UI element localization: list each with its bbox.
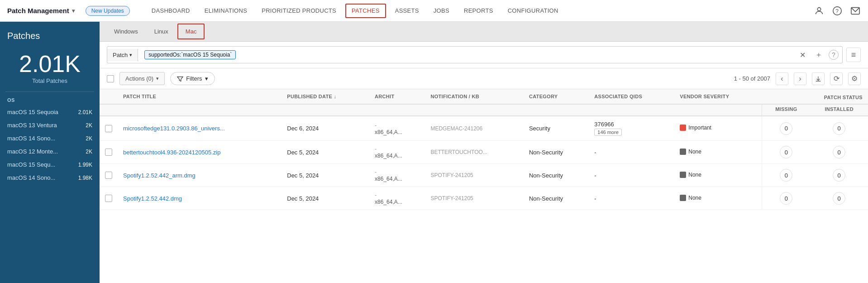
th-category: CATEGORY: [524, 89, 589, 104]
severity-dot: [680, 125, 686, 131]
brand-name: Patch Management: [7, 7, 69, 14]
download-button[interactable]: [812, 72, 825, 85]
missing-count: 0: [780, 169, 792, 182]
row-installed: 0: [810, 164, 868, 187]
filter-pill: Patch ▾ supportedOs:`macOS 15 Sequoia` ✕…: [107, 46, 843, 63]
filter-menu-button[interactable]: ≡: [846, 48, 861, 62]
sidebar-os-item-1[interactable]: macOS 13 Ventura2K: [0, 119, 100, 132]
next-page-button[interactable]: ›: [794, 72, 806, 85]
row-checkbox[interactable]: [105, 125, 112, 132]
nav-item-prioritized-products[interactable]: PRIORITIZED PRODUCTS: [254, 0, 343, 22]
nav-item-eliminations[interactable]: ELIMINATIONS: [197, 0, 254, 22]
patch-title-link[interactable]: Spotify1.2.52.442.dmg: [123, 195, 182, 202]
row-category: Non-Security: [524, 141, 589, 164]
refresh-button[interactable]: ⟳: [830, 72, 843, 85]
row-category: Non-Security: [524, 187, 589, 210]
table-header-row: PATCH TITLE PUBLISHED DATE ↓ ARCHIT NOTI…: [100, 89, 868, 104]
patch-title-link[interactable]: Spotify1.2.52.442_arm.dmg: [123, 172, 196, 179]
table-subheader-row: MISSING INSTALLED: [100, 104, 868, 116]
nav-item-configuration[interactable]: CONFIGURATION: [501, 0, 566, 22]
filter-help-button[interactable]: ?: [829, 50, 839, 60]
help-icon[interactable]: ?: [832, 5, 843, 16]
filter-clear-button[interactable]: ✕: [796, 48, 809, 61]
row-category: Non-Security: [524, 164, 589, 187]
patches-table: PATCH TITLE PUBLISHED DATE ↓ ARCHIT NOTI…: [100, 89, 868, 210]
filter-add-button[interactable]: ＋: [812, 48, 825, 61]
patch-title-link[interactable]: bettertouchtool4.936-2024120505.zip: [123, 149, 220, 156]
select-all-checkbox[interactable]: [107, 75, 114, 82]
funnel-icon: [177, 76, 183, 82]
row-checkbox[interactable]: [105, 172, 112, 179]
tab-linux[interactable]: Linux: [147, 24, 176, 38]
sidebar-os-item-3[interactable]: macOS 12 Monte...2K: [0, 145, 100, 158]
tab-bar: Windows Linux Mac: [100, 22, 868, 42]
top-nav: Patch Management ▾ New Updates DASHBOARD…: [0, 0, 868, 22]
row-qids: 376966146 more: [589, 116, 674, 141]
filter-type-selector[interactable]: Patch ▾: [107, 49, 138, 61]
settings-button[interactable]: ⚙: [848, 72, 861, 85]
nav-item-dashboard[interactable]: DASHBOARD: [144, 0, 197, 22]
sidebar-os-item-2[interactable]: macOS 14 Sono...2K: [0, 132, 100, 145]
row-published-date: Dec 5, 2024: [281, 141, 369, 164]
th-missing: MISSING: [762, 104, 810, 116]
tab-windows[interactable]: Windows: [107, 24, 145, 38]
prev-page-button[interactable]: ‹: [776, 72, 788, 85]
sort-icon: ↓: [334, 94, 337, 99]
sidebar-os-item-0[interactable]: macOS 15 Sequoia2.01K: [0, 106, 100, 119]
row-qids: -: [589, 141, 674, 164]
sidebar-stats: 2.01K Total Patches: [0, 45, 100, 91]
total-patches-label: Total Patches: [7, 77, 92, 84]
brand-chevron: ▾: [72, 8, 75, 14]
th-patch-title[interactable]: PATCH TITLE: [118, 89, 281, 104]
row-category: Security: [524, 116, 589, 141]
actions-button[interactable]: Actions (0) ▾: [119, 72, 165, 85]
filter-query-tag: supportedOs:`macOS 15 Sequoia`: [144, 50, 236, 59]
actions-label: Actions (0): [125, 75, 153, 82]
filter-type-label: Patch: [113, 52, 128, 58]
row-vendor-severity: None: [674, 187, 762, 210]
row-checkbox-cell: [100, 164, 118, 187]
qid-more-badge[interactable]: 146 more: [594, 129, 621, 136]
nav-item-assets[interactable]: ASSETS: [388, 0, 426, 22]
row-archit: - x86_64,A...: [369, 141, 425, 164]
installed-count: 0: [833, 146, 845, 158]
toolbar: Actions (0) ▾ Filters ▾ 1 - 50 of 2007 ‹…: [100, 68, 868, 89]
user-icon[interactable]: [814, 5, 825, 16]
tab-mac[interactable]: Mac: [177, 24, 205, 39]
table-row: microsoftedge131.0.2903.86_univers... De…: [100, 116, 868, 141]
filter-bar: Patch ▾ supportedOs:`macOS 15 Sequoia` ✕…: [100, 42, 868, 68]
total-patches-count: 2.01K: [7, 52, 92, 76]
row-notification: BETTERTOUCHTOO...: [425, 141, 523, 164]
nav-item-patches[interactable]: PATCHES: [345, 4, 386, 18]
top-nav-icons: ?: [814, 5, 861, 16]
filters-button[interactable]: Filters ▾: [170, 72, 215, 85]
row-qids: -: [589, 187, 674, 210]
sidebar-os-item-4[interactable]: macOS 15 Sequ...1.99K: [0, 158, 100, 171]
row-checkbox[interactable]: [105, 195, 112, 202]
th-checkbox: [100, 89, 118, 104]
severity-dot: [680, 195, 686, 201]
th-vendor-severity: VENDOR SEVERITY: [674, 89, 762, 104]
svg-text:?: ?: [835, 8, 839, 14]
th-patch-status: PATCH STATUS: [762, 89, 868, 104]
filter-query-display[interactable]: supportedOs:`macOS 15 Sequoia`: [138, 47, 792, 63]
nav-links: DASHBOARD ELIMINATIONS PRIORITIZED PRODU…: [144, 0, 814, 22]
patches-table-container: PATCH TITLE PUBLISHED DATE ↓ ARCHIT NOTI…: [100, 89, 868, 283]
sidebar-os-item-5[interactable]: macOS 14 Sono...1.98K: [0, 171, 100, 184]
toolbar-right: 1 - 50 of 2007 ‹ › ⟳ ⚙: [734, 72, 861, 85]
row-missing: 0: [762, 187, 810, 210]
row-checkbox[interactable]: [105, 149, 112, 156]
content-area: Windows Linux Mac Patch ▾ supportedOs:`m…: [100, 22, 868, 283]
th-published-date[interactable]: PUBLISHED DATE ↓: [281, 89, 369, 104]
main-layout: Patches 2.01K Total Patches OS macOS 15 …: [0, 22, 868, 283]
patch-title-link[interactable]: microsoftedge131.0.2903.86_univers...: [123, 125, 225, 132]
row-missing: 0: [762, 116, 810, 141]
installed-count: 0: [833, 169, 845, 182]
new-updates-button[interactable]: New Updates: [86, 6, 130, 16]
brand[interactable]: Patch Management ▾: [7, 7, 75, 14]
nav-item-jobs[interactable]: JOBS: [426, 0, 457, 22]
mail-icon[interactable]: [850, 5, 861, 16]
row-published-date: Dec 5, 2024: [281, 187, 369, 210]
nav-item-reports[interactable]: REPORTS: [457, 0, 501, 22]
row-published-date: Dec 6, 2024: [281, 116, 369, 141]
